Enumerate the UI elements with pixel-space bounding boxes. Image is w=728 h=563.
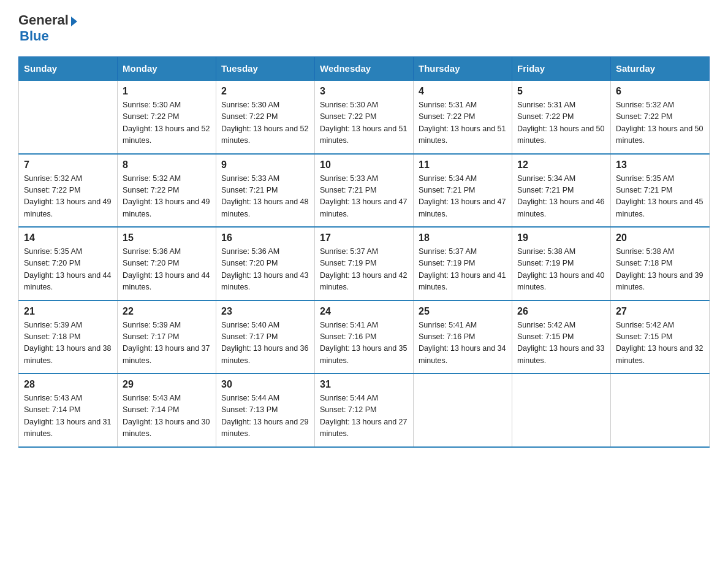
day-number-20: 20 (616, 232, 704, 243)
day-number-23: 23 (221, 306, 309, 317)
day-info-7: Sunrise: 5:32 AMSunset: 7:22 PMDaylight:… (24, 173, 112, 221)
day-number-5: 5 (517, 86, 605, 97)
calendar-cell-w5-d5 (512, 373, 611, 447)
week-row-1: 1Sunrise: 5:30 AMSunset: 7:22 PMDaylight… (19, 80, 710, 154)
calendar-cell-w4-d2: 23Sunrise: 5:40 AMSunset: 7:17 PMDayligh… (216, 301, 315, 374)
day-number-24: 24 (320, 306, 408, 317)
calendar-cell-w1-d6: 6Sunrise: 5:32 AMSunset: 7:22 PMDaylight… (611, 80, 710, 154)
day-number-9: 9 (221, 159, 309, 170)
day-info-13: Sunrise: 5:35 AMSunset: 7:21 PMDaylight:… (616, 173, 704, 221)
day-info-29: Sunrise: 5:43 AMSunset: 7:14 PMDaylight:… (123, 393, 211, 440)
day-info-27: Sunrise: 5:42 AMSunset: 7:15 PMDaylight:… (616, 320, 704, 367)
day-info-19: Sunrise: 5:38 AMSunset: 7:19 PMDaylight:… (517, 246, 605, 294)
day-info-30: Sunrise: 5:44 AMSunset: 7:13 PMDaylight:… (221, 393, 309, 440)
day-number-10: 10 (320, 159, 408, 170)
calendar-cell-w5-d3: 31Sunrise: 5:44 AMSunset: 7:12 PMDayligh… (315, 373, 414, 447)
calendar-cell-w1-d2: 2Sunrise: 5:30 AMSunset: 7:22 PMDaylight… (216, 80, 315, 154)
calendar-cell-w1-d1: 1Sunrise: 5:30 AMSunset: 7:22 PMDaylight… (118, 80, 216, 154)
day-number-18: 18 (419, 232, 507, 243)
day-number-1: 1 (123, 86, 211, 97)
day-number-30: 30 (221, 379, 309, 390)
day-number-28: 28 (24, 379, 112, 390)
day-number-3: 3 (320, 86, 408, 97)
day-number-12: 12 (517, 159, 605, 170)
day-info-14: Sunrise: 5:35 AMSunset: 7:20 PMDaylight:… (24, 246, 112, 294)
day-info-12: Sunrise: 5:34 AMSunset: 7:21 PMDaylight:… (517, 173, 605, 221)
day-info-31: Sunrise: 5:44 AMSunset: 7:12 PMDaylight:… (320, 393, 408, 440)
logo-blue-text: Blue (20, 28, 77, 44)
day-number-7: 7 (24, 159, 112, 170)
calendar-cell-w2-d6: 13Sunrise: 5:35 AMSunset: 7:21 PMDayligh… (611, 154, 710, 228)
day-info-24: Sunrise: 5:41 AMSunset: 7:16 PMDaylight:… (320, 320, 408, 367)
header-sunday: Sunday (19, 57, 118, 81)
calendar-cell-w4-d4: 25Sunrise: 5:41 AMSunset: 7:16 PMDayligh… (414, 301, 512, 374)
day-number-29: 29 (123, 379, 211, 390)
day-number-2: 2 (221, 86, 309, 97)
day-info-3: Sunrise: 5:30 AMSunset: 7:22 PMDaylight:… (320, 99, 408, 147)
calendar-cell-w4-d3: 24Sunrise: 5:41 AMSunset: 7:16 PMDayligh… (315, 301, 414, 374)
day-number-31: 31 (320, 379, 408, 390)
calendar-cell-w3-d4: 18Sunrise: 5:37 AMSunset: 7:19 PMDayligh… (414, 227, 512, 301)
day-info-10: Sunrise: 5:33 AMSunset: 7:21 PMDaylight:… (320, 173, 408, 221)
day-number-19: 19 (517, 232, 605, 243)
header-friday: Friday (512, 57, 611, 81)
page-header: General Blue (18, 12, 710, 44)
calendar-cell-w3-d6: 20Sunrise: 5:38 AMSunset: 7:18 PMDayligh… (611, 227, 710, 301)
day-info-28: Sunrise: 5:43 AMSunset: 7:14 PMDaylight:… (24, 393, 112, 440)
day-info-21: Sunrise: 5:39 AMSunset: 7:18 PMDaylight:… (24, 320, 112, 367)
day-info-18: Sunrise: 5:37 AMSunset: 7:19 PMDaylight:… (419, 246, 507, 294)
calendar-cell-w3-d1: 15Sunrise: 5:36 AMSunset: 7:20 PMDayligh… (118, 227, 216, 301)
calendar-cell-w2-d1: 8Sunrise: 5:32 AMSunset: 7:22 PMDaylight… (118, 154, 216, 228)
calendar-cell-w5-d2: 30Sunrise: 5:44 AMSunset: 7:13 PMDayligh… (216, 373, 315, 447)
day-info-20: Sunrise: 5:38 AMSunset: 7:18 PMDaylight:… (616, 246, 704, 294)
week-row-3: 14Sunrise: 5:35 AMSunset: 7:20 PMDayligh… (19, 227, 710, 301)
calendar-cell-w1-d5: 5Sunrise: 5:31 AMSunset: 7:22 PMDaylight… (512, 80, 611, 154)
calendar-cell-w1-d0 (19, 80, 118, 154)
calendar-cell-w5-d1: 29Sunrise: 5:43 AMSunset: 7:14 PMDayligh… (118, 373, 216, 447)
calendar-cell-w4-d5: 26Sunrise: 5:42 AMSunset: 7:15 PMDayligh… (512, 301, 611, 374)
day-info-17: Sunrise: 5:37 AMSunset: 7:19 PMDaylight:… (320, 246, 408, 294)
day-info-9: Sunrise: 5:33 AMSunset: 7:21 PMDaylight:… (221, 173, 309, 221)
calendar-cell-w2-d3: 10Sunrise: 5:33 AMSunset: 7:21 PMDayligh… (315, 154, 414, 228)
day-info-4: Sunrise: 5:31 AMSunset: 7:22 PMDaylight:… (419, 99, 507, 147)
day-info-1: Sunrise: 5:30 AMSunset: 7:22 PMDaylight:… (123, 99, 211, 147)
day-number-15: 15 (123, 232, 211, 243)
header-tuesday: Tuesday (216, 57, 315, 81)
day-info-22: Sunrise: 5:39 AMSunset: 7:17 PMDaylight:… (123, 320, 211, 367)
week-row-5: 28Sunrise: 5:43 AMSunset: 7:14 PMDayligh… (19, 373, 710, 447)
calendar-cell-w2-d0: 7Sunrise: 5:32 AMSunset: 7:22 PMDaylight… (19, 154, 118, 228)
calendar-cell-w3-d5: 19Sunrise: 5:38 AMSunset: 7:19 PMDayligh… (512, 227, 611, 301)
day-info-5: Sunrise: 5:31 AMSunset: 7:22 PMDaylight:… (517, 99, 605, 147)
day-number-22: 22 (123, 306, 211, 317)
calendar-cell-w5-d6 (611, 373, 710, 447)
calendar-cell-w3-d2: 16Sunrise: 5:36 AMSunset: 7:20 PMDayligh… (216, 227, 315, 301)
header-wednesday: Wednesday (315, 57, 414, 81)
calendar-cell-w3-d0: 14Sunrise: 5:35 AMSunset: 7:20 PMDayligh… (19, 227, 118, 301)
day-number-11: 11 (419, 159, 507, 170)
day-info-8: Sunrise: 5:32 AMSunset: 7:22 PMDaylight:… (123, 173, 211, 221)
day-number-16: 16 (221, 232, 309, 243)
day-info-26: Sunrise: 5:42 AMSunset: 7:15 PMDaylight:… (517, 320, 605, 367)
header-thursday: Thursday (414, 57, 512, 81)
calendar-cell-w1-d4: 4Sunrise: 5:31 AMSunset: 7:22 PMDaylight… (414, 80, 512, 154)
calendar-cell-w3-d3: 17Sunrise: 5:37 AMSunset: 7:19 PMDayligh… (315, 227, 414, 301)
day-number-25: 25 (419, 306, 507, 317)
day-number-27: 27 (616, 306, 704, 317)
day-number-4: 4 (419, 86, 507, 97)
week-row-4: 21Sunrise: 5:39 AMSunset: 7:18 PMDayligh… (19, 301, 710, 374)
day-info-23: Sunrise: 5:40 AMSunset: 7:17 PMDaylight:… (221, 320, 309, 367)
logo-arrow-icon (71, 17, 77, 26)
day-info-6: Sunrise: 5:32 AMSunset: 7:22 PMDaylight:… (616, 99, 704, 147)
day-number-21: 21 (24, 306, 112, 317)
day-info-15: Sunrise: 5:36 AMSunset: 7:20 PMDaylight:… (123, 246, 211, 294)
day-info-16: Sunrise: 5:36 AMSunset: 7:20 PMDaylight:… (221, 246, 309, 294)
day-number-26: 26 (517, 306, 605, 317)
calendar-cell-w5-d0: 28Sunrise: 5:43 AMSunset: 7:14 PMDayligh… (19, 373, 118, 447)
day-info-25: Sunrise: 5:41 AMSunset: 7:16 PMDaylight:… (419, 320, 507, 367)
calendar-cell-w4-d1: 22Sunrise: 5:39 AMSunset: 7:17 PMDayligh… (118, 301, 216, 374)
day-info-11: Sunrise: 5:34 AMSunset: 7:21 PMDaylight:… (419, 173, 507, 221)
day-number-6: 6 (616, 86, 704, 97)
logo: General Blue (18, 12, 77, 44)
day-number-14: 14 (24, 232, 112, 243)
calendar-cell-w2-d5: 12Sunrise: 5:34 AMSunset: 7:21 PMDayligh… (512, 154, 611, 228)
